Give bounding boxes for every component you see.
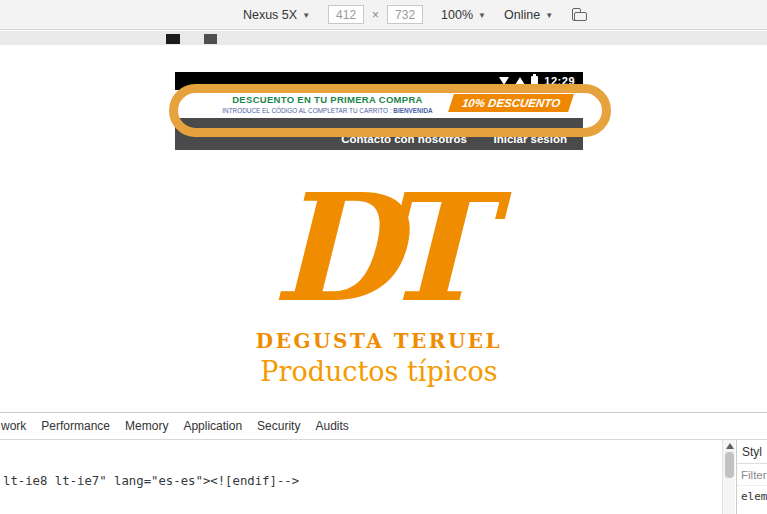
discount-badge-label: 10% DESCUENTO bbox=[461, 97, 561, 109]
promo-headline: DESCUENTO EN TU PRIMERA COMPRA bbox=[185, 94, 470, 105]
tab-network[interactable]: work bbox=[1, 419, 26, 433]
dom-tree-line[interactable]: lt-ie8 lt-ie7" lang="es-es"><![endif]--> bbox=[3, 474, 721, 490]
devtools-tab-bar: work Performance Memory Application Secu… bbox=[0, 413, 767, 440]
login-link[interactable]: Iniciar sesión bbox=[493, 133, 567, 145]
promo-banner[interactable]: DESCUENTO EN TU PRIMERA COMPRA INTRODUCE… bbox=[175, 90, 583, 118]
tab-security[interactable]: Security bbox=[257, 419, 300, 433]
zoom-select-label: 100% bbox=[441, 8, 473, 22]
phone-page-content: DT DEGUSTA TERUEL Productos típicos bbox=[175, 176, 583, 387]
discount-badge: 10% DESCUENTO bbox=[448, 94, 574, 112]
device-select-label: Nexus 5X bbox=[243, 8, 297, 22]
phone-status-bar: 12:29 bbox=[175, 72, 583, 90]
promo-subline: INTRODUCE EL CÓDIGO AL COMPLETAR TU CARR… bbox=[185, 107, 470, 114]
zoom-select[interactable]: 100% bbox=[441, 8, 486, 22]
logo-title: DEGUSTA TERUEL bbox=[175, 329, 583, 353]
emulated-viewport: 12:29 DESCUENTO EN TU PRIMERA COMPRA INT… bbox=[175, 72, 583, 412]
device-select[interactable]: Nexus 5X bbox=[243, 8, 310, 22]
rotate-icon bbox=[574, 12, 587, 21]
scrollbar-thumb[interactable] bbox=[725, 452, 734, 478]
tab-application[interactable]: Application bbox=[183, 419, 242, 433]
wifi-icon bbox=[515, 77, 525, 85]
styles-sidebar: Styl Filter elem bbox=[736, 440, 767, 514]
dimension-group: × bbox=[328, 5, 423, 24]
ruler-strip bbox=[0, 31, 767, 45]
contact-link[interactable]: Contacto con nosotros bbox=[341, 133, 467, 145]
logo-subtitle: Productos típicos bbox=[175, 356, 583, 387]
ruler-mark bbox=[204, 34, 217, 44]
status-time: 12:29 bbox=[544, 75, 575, 87]
dom-tree: lt-ie8 lt-ie7" lang="es-es"><![endif]-->… bbox=[3, 442, 721, 514]
battery-icon bbox=[531, 76, 538, 87]
rotate-device-button[interactable] bbox=[571, 6, 588, 23]
phone-top-nav: Contacto con nosotros Iniciar sesión bbox=[175, 118, 583, 150]
promo-code: BIENVENIDA bbox=[393, 107, 432, 114]
scrollbar-track[interactable] bbox=[722, 440, 735, 514]
scroll-up-arrow-icon[interactable] bbox=[726, 443, 734, 449]
network-throttle-select[interactable]: Online bbox=[504, 8, 553, 22]
devtools-panel: work Performance Memory Application Secu… bbox=[0, 412, 767, 514]
viewport-width-input[interactable] bbox=[328, 5, 364, 24]
signal-icon bbox=[499, 77, 509, 85]
elements-panel: lt-ie8 lt-ie7" lang="es-es"><![endif]-->… bbox=[0, 440, 767, 514]
tab-styles[interactable]: Styl bbox=[737, 440, 767, 464]
site-logo[interactable]: DT DEGUSTA TERUEL Productos típicos bbox=[175, 176, 583, 387]
toolbar-cluster: Nexus 5X × 100% Online bbox=[243, 5, 588, 24]
promo-text: DESCUENTO EN TU PRIMERA COMPRA INTRODUCE… bbox=[185, 94, 470, 114]
dimension-separator: × bbox=[372, 8, 379, 22]
element-style-label: elem bbox=[737, 486, 767, 503]
viewport-height-input[interactable] bbox=[387, 5, 423, 24]
tab-memory[interactable]: Memory bbox=[125, 419, 168, 433]
promo-subline-text: INTRODUCE EL CÓDIGO AL COMPLETAR TU CARR… bbox=[222, 107, 393, 114]
tab-performance[interactable]: Performance bbox=[41, 419, 110, 433]
tab-audits[interactable]: Audits bbox=[315, 419, 348, 433]
network-select-label: Online bbox=[504, 8, 540, 22]
logo-monogram: DT bbox=[175, 176, 583, 321]
ruler-mark bbox=[166, 34, 180, 44]
styles-filter-input[interactable]: Filter bbox=[737, 464, 767, 486]
device-toolbar: Nexus 5X × 100% Online bbox=[0, 0, 767, 30]
